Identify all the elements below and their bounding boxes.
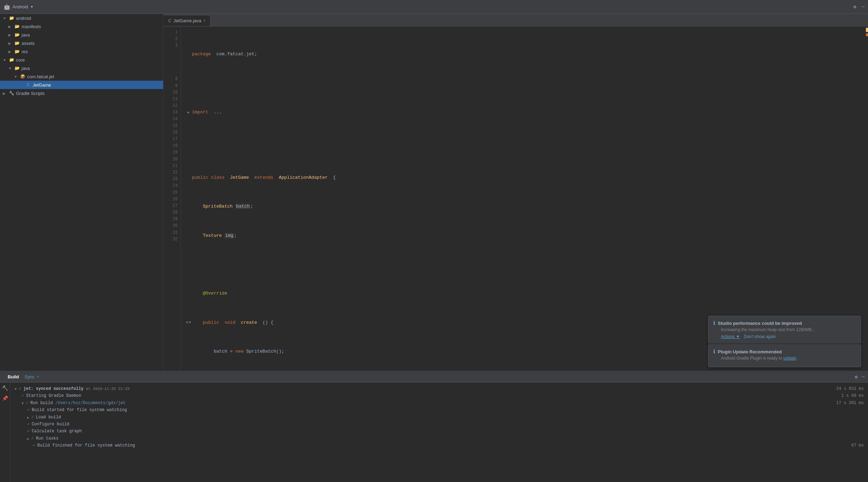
editor-tab-jetgame[interactable]: C JetGame.java ×: [163, 15, 211, 26]
gutter-mark-2: [866, 33, 868, 36]
sidebar-item-assets[interactable]: ▶ 📂 assets: [0, 39, 163, 47]
log-fold-5[interactable]: ▶: [27, 415, 29, 421]
tree-arrow-gradle: ▶: [3, 91, 8, 95]
fold-arrow-3[interactable]: ▶: [187, 110, 190, 115]
notif-perf-title-text: Studio performance could be improved: [718, 321, 802, 326]
bottom-tab-build[interactable]: Build: [3, 373, 23, 381]
right-gutter: [863, 26, 868, 371]
sidebar-item-res[interactable]: ▶ 📂 res: [0, 47, 163, 56]
notif-perf-dismiss[interactable]: Don't show again: [744, 334, 776, 339]
sidebar-label-jetgame: JetGame: [33, 82, 51, 88]
ts-9: 67 ms: [830, 442, 864, 449]
code-line-8: [185, 145, 863, 152]
close-icon-bottom[interactable]: —: [862, 374, 865, 380]
sidebar-item-android[interactable]: ▼ 📁 android: [0, 14, 163, 22]
ts-1: 24 s 831 ms: [830, 385, 864, 392]
code-line-3: ▶ import ...: [185, 109, 863, 116]
notif-perf-actions: Actions ▼ Don't show again: [713, 334, 856, 339]
sidebar-label-assets: assets: [22, 41, 35, 46]
log-fold-3[interactable]: ▼: [22, 401, 24, 407]
sidebar-item-manifests[interactable]: ▶ 📂 manifests: [0, 22, 163, 31]
notif-perf-actions-link[interactable]: Actions ▼: [721, 334, 740, 339]
sidebar-item-package[interactable]: ▼ 📦 com.fatcat.jet: [0, 72, 163, 81]
file-icon-jetgame: C: [25, 82, 31, 88]
sidebar-item-java-android[interactable]: ▶ 📂 java: [0, 31, 163, 39]
notif-plugin-title: ℹ Plugin Update Recommended: [713, 349, 856, 354]
fold-arrow-14[interactable]: ▼: [189, 320, 191, 326]
minimize-icon[interactable]: —: [862, 4, 865, 10]
bottom-tab-close[interactable]: ×: [37, 375, 39, 379]
line14-marker: ⊙: [186, 320, 188, 326]
ts-2: 1 s 60 ms: [830, 392, 864, 399]
info-icon-plugin: ℹ: [713, 349, 715, 354]
tab-bar: C JetGame.java ×: [163, 14, 868, 26]
code-line-1: package com.fatcat.jet;: [185, 51, 863, 58]
bottom-content: 🔨 📌 ▼ ✓ jet: synced successfully at 2020…: [0, 383, 868, 482]
sidebar-label-manifests: manifests: [22, 24, 41, 29]
notif-perf-body: Increasing the maximum heap size from 12…: [713, 327, 856, 332]
log-text-3: Run build /Users/hsz/Documents/gdx/jet: [30, 400, 126, 407]
code-line-12: [185, 261, 863, 268]
log-text-5: Load build: [36, 414, 61, 421]
folder-icon-java-android: 📂: [14, 32, 20, 38]
build-log: ▼ ✓ jet: synced successfully at 2020-11-…: [10, 383, 826, 482]
sidebar-item-core[interactable]: ▼ 📁 core: [0, 56, 163, 64]
log-check-6: ✓: [27, 421, 30, 428]
folder-icon-manifests: 📂: [14, 23, 20, 30]
notifications: ℹ Studio performance could be improved I…: [708, 316, 861, 367]
tree-arrow-android: ▼: [3, 16, 8, 20]
top-bar-actions: ⚙ —: [853, 4, 865, 10]
settings-icon-bottom[interactable]: ⚙: [855, 374, 858, 380]
tab-file-icon: C: [168, 18, 171, 23]
log-line-2: ✓ Starting Gradle Daemon: [15, 392, 822, 399]
sidebar-item-jetgame[interactable]: C JetGame: [0, 81, 163, 89]
settings-icon[interactable]: ⚙: [853, 4, 856, 10]
log-line-6: ✓ Configure build: [15, 421, 822, 428]
log-text-9: Build finished for file system watching: [37, 442, 135, 449]
log-check-3: ✓: [26, 400, 28, 407]
tree-arrow-core: ▼: [3, 58, 8, 62]
sidebar-item-java-core[interactable]: ▼ 📂 java: [0, 64, 163, 72]
log-check-5: ✓: [31, 414, 34, 421]
tree-arrow-java-android: ▶: [8, 33, 14, 37]
log-fold-8[interactable]: ▶: [27, 436, 29, 442]
title-expand-icon[interactable]: ▼: [30, 5, 34, 9]
notif-perf-title: ℹ Studio performance could be improved: [713, 320, 856, 326]
log-check-4: ✓: [27, 407, 30, 413]
notif-plugin-update-link[interactable]: update: [783, 356, 796, 361]
android-icon: 🤖: [3, 3, 10, 10]
pin-icon[interactable]: 📌: [2, 395, 8, 401]
sidebar-label-package: com.fatcat.jet: [27, 74, 54, 79]
notif-actions-arrow: ▼: [736, 334, 740, 339]
sidebar-item-gradle[interactable]: ▶ 🔧 Gradle Scripts: [0, 89, 163, 97]
notification-plugin: ℹ Plugin Update Recommended Android Grad…: [708, 344, 861, 367]
sidebar: ▼ 📁 android ▶ 📂 manifests ▶ 📂 java ▶ 📂 a…: [0, 14, 163, 371]
log-text-1: jet: synced successfully at 2020-11-25 2…: [23, 385, 129, 392]
build-icon[interactable]: 🔨: [2, 385, 8, 391]
tree-arrow-package: ▼: [14, 75, 19, 79]
code-line-2: [185, 80, 863, 87]
folder-icon-core: 📁: [8, 57, 15, 63]
folder-icon-android: 📁: [8, 15, 15, 21]
log-text-7: Calculate task graph: [32, 428, 82, 435]
folder-icon-gradle: 🔧: [8, 90, 15, 96]
tab-close-button[interactable]: ×: [203, 19, 206, 23]
log-line-4: ✓ Build started for file system watching: [15, 407, 822, 413]
log-fold-1[interactable]: ▼: [15, 386, 17, 392]
notif-plugin-body: Android Gradle Plugin is ready to update…: [713, 356, 856, 361]
bottom-left-icons: 🔨 📌: [0, 383, 10, 482]
gutter-mark-1: [866, 28, 868, 32]
tree-arrow-java-core: ▼: [8, 66, 14, 70]
tab-label: JetGame.java: [174, 18, 201, 23]
log-text-2: Starting Gradle Daemon: [26, 392, 81, 399]
log-check-1: ✓: [19, 385, 21, 392]
code-line-10: SpriteBatch batch;: [185, 203, 863, 210]
log-check-7: ✓: [27, 428, 30, 435]
log-check-2: ✓: [22, 392, 24, 399]
tree-arrow-manifests: ▶: [8, 25, 14, 29]
log-line-1: ▼ ✓ jet: synced successfully at 2020-11-…: [15, 385, 822, 392]
right-timestamps: 24 s 831 ms 1 s 60 ms 17 s 391 ms 67 ms: [826, 383, 868, 482]
notif-actions-label: Actions: [721, 334, 734, 339]
line-numbers: 1 2 3 8 9 10 11 12 13 14 15 16 17 18 19: [163, 26, 181, 371]
bottom-tab-sync-label[interactable]: Sync: [25, 374, 35, 379]
